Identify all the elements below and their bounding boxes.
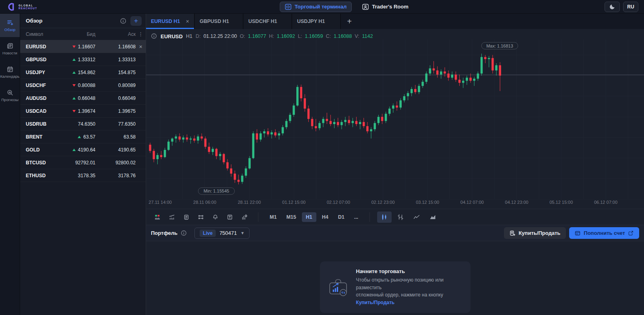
ohlc-field-value: 1.16059 xyxy=(305,33,323,39)
ask-value: 1.33313 xyxy=(95,57,136,62)
chart-symbol-label: EURUSD xyxy=(161,33,183,39)
alerts-button[interactable] xyxy=(209,211,222,223)
watchlist-menu-icon[interactable]: ⋮ xyxy=(136,31,146,37)
bid-value: 154.862 xyxy=(78,70,95,75)
theme-toggle-button[interactable] xyxy=(605,2,620,12)
add-symbol-button[interactable]: + xyxy=(130,16,142,26)
chart-tabs-bar: EURUSD H1×GBPUSD H1USDCHF H1USDJPY H1+ xyxy=(146,14,644,29)
buy-sell-button[interactable]: Купить/Продать xyxy=(504,227,566,239)
arrow-up-icon xyxy=(78,136,81,138)
symbol-label: EURUSD xyxy=(26,44,61,50)
watchlist-row[interactable]: ETHUSD3178.353178.76 xyxy=(20,169,146,182)
indicators-button[interactable] xyxy=(165,211,178,223)
bid-value: 92792.01 xyxy=(75,160,95,166)
watchlist-row[interactable]: AUDUSD0.660480.66049 xyxy=(20,92,146,105)
person-icon xyxy=(362,4,369,10)
watchlist-row[interactable]: USDRUB74.635077.6350 xyxy=(20,118,146,131)
sidebar-item-overview[interactable]: Обзор xyxy=(0,14,20,37)
calendar-icon xyxy=(6,66,14,73)
arrow-down-icon xyxy=(72,84,76,87)
x-axis-label: 28.11 22:00 xyxy=(238,200,261,205)
min-price-marker: Min: 1.15545 xyxy=(198,188,234,195)
watchlist-row[interactable]: USDCHF0.800880.80089 xyxy=(20,79,146,92)
top-bar-actions: RU xyxy=(605,2,638,12)
chart-tab[interactable]: EURUSD H1× xyxy=(146,14,195,29)
alerts-bell-icon xyxy=(213,214,218,220)
chart-timeframe-label: H1 xyxy=(186,33,192,39)
x-axis-label: 28.11 06:00 xyxy=(193,200,216,205)
sidebar-item-calendar[interactable]: Календарь xyxy=(0,60,20,84)
portfolio-panel: Портфель Live 750471 ▼ Купить/Продать xyxy=(146,225,644,315)
symbol-label: AUDUSD xyxy=(26,95,61,101)
bid-cell: 92792.01 xyxy=(61,160,95,166)
traders-room-tab[interactable]: Trader's Room xyxy=(362,4,409,10)
toolbar-divider xyxy=(258,212,258,222)
remove-symbol-icon[interactable]: × xyxy=(139,44,142,50)
column-ask: Аск xyxy=(95,31,136,37)
timeframe-m1-button[interactable]: M1 xyxy=(266,212,281,222)
chart-tab[interactable]: USDJPY H1 xyxy=(292,14,341,29)
market-depth-button[interactable] xyxy=(151,211,164,223)
timeframe-h4-button[interactable]: H4 xyxy=(318,212,332,222)
watchlist-row[interactable]: BRENT63.5763.58 xyxy=(20,131,146,143)
language-selector[interactable]: RU xyxy=(623,2,638,12)
watchlist-row[interactable]: BTCUSD92792.0192800.02 xyxy=(20,156,146,169)
chart-type-line-button[interactable] xyxy=(409,211,424,223)
x-axis-label: 03.12 15:00 xyxy=(416,200,439,205)
deposit-label: Пополнить счет xyxy=(584,230,625,236)
ohlc-field-value: 1142 xyxy=(362,33,373,39)
sidebar-item-news[interactable]: Новости xyxy=(0,37,20,60)
ohlc-field-label: C: xyxy=(326,33,331,39)
chart-type-area-button[interactable] xyxy=(425,211,440,223)
area-chart-icon xyxy=(429,214,436,220)
buy-sell-link[interactable]: Купить/Продать xyxy=(356,300,394,305)
indicators-icon xyxy=(169,214,175,220)
ohlc-values: D:01.12.25 22:00O:1.16077H:1.16092L:1.16… xyxy=(196,33,373,39)
watchlist-row[interactable]: USDJPY154.862154.875 xyxy=(20,66,146,79)
chart-settings-button[interactable] xyxy=(238,211,251,223)
account-number: 750471 xyxy=(219,230,237,236)
events-button[interactable] xyxy=(180,211,193,223)
watchlist-row[interactable]: GBPUSD1.333121.33313 xyxy=(20,53,146,66)
brand-logo[interactable]: GLOBAL REACHOUT xyxy=(6,2,37,11)
start-trading-description: Чтобы открыть рыночную позицию или разме… xyxy=(356,276,462,306)
close-tab-icon[interactable]: × xyxy=(186,18,189,25)
bid-cell: 0.66048 xyxy=(61,95,95,101)
language-label: RU xyxy=(627,4,634,10)
briefcase-chart-icon xyxy=(328,276,349,298)
chart-tab[interactable]: USDCHF H1 xyxy=(244,14,292,29)
trading-terminal-tab[interactable]: Торговый терминал xyxy=(280,2,352,12)
more-timeframes-button[interactable]: ... xyxy=(350,212,362,222)
sidebar-item-forecasts[interactable]: Прогнозы xyxy=(0,84,20,107)
watchlist-rows: EURUSD1.166071.16608×GBPUSD1.333121.3331… xyxy=(20,40,146,182)
brand-name: GLOBAL REACHOUT xyxy=(19,4,37,10)
chart-settings-icon xyxy=(242,214,247,220)
chart-tab[interactable]: GBPUSD H1 xyxy=(195,14,244,29)
text-tool-button[interactable] xyxy=(223,211,236,223)
x-axis-label: 27.11 14:00 xyxy=(149,200,171,205)
chart-info-icon[interactable] xyxy=(151,33,157,39)
watchlist-row[interactable]: EURUSD1.166071.16608× xyxy=(20,40,146,53)
chart-type-candles-button[interactable] xyxy=(377,211,392,223)
ask-value: 0.66049 xyxy=(95,95,136,101)
sidebar-label-overview: Обзор xyxy=(4,27,15,32)
column-symbol: Символ xyxy=(26,31,61,37)
drawing-tools-button[interactable] xyxy=(194,211,207,223)
timeframe-m15-button[interactable]: M15 xyxy=(282,212,300,222)
chart-tab-label: USDJPY H1 xyxy=(297,19,325,24)
chart-type-bars-button[interactable] xyxy=(393,211,408,223)
bid-cell: 1.16607 xyxy=(61,44,95,50)
candlestick-chart-canvas[interactable]: Min: 1.15545Max: 1.16813 xyxy=(146,39,644,199)
bid-value: 0.66048 xyxy=(78,95,95,101)
top-navigation: Торговый терминал Trader's Room xyxy=(280,0,409,14)
new-order-icon xyxy=(510,230,515,236)
new-chart-tab-button[interactable]: + xyxy=(341,14,358,29)
portfolio-info-icon[interactable] xyxy=(181,230,187,236)
deposit-button[interactable]: Пополнить счет xyxy=(569,227,639,239)
timeframe-d1-button[interactable]: D1 xyxy=(334,212,349,222)
timeframe-h1-button[interactable]: H1 xyxy=(302,212,316,222)
watchlist-row[interactable]: GOLD4190.644190.65 xyxy=(20,143,146,156)
watchlist-row[interactable]: USDCAD1.396741.39675 xyxy=(20,105,146,118)
account-selector[interactable]: Live 750471 ▼ xyxy=(194,228,250,239)
watchlist-info-icon[interactable] xyxy=(120,18,126,24)
